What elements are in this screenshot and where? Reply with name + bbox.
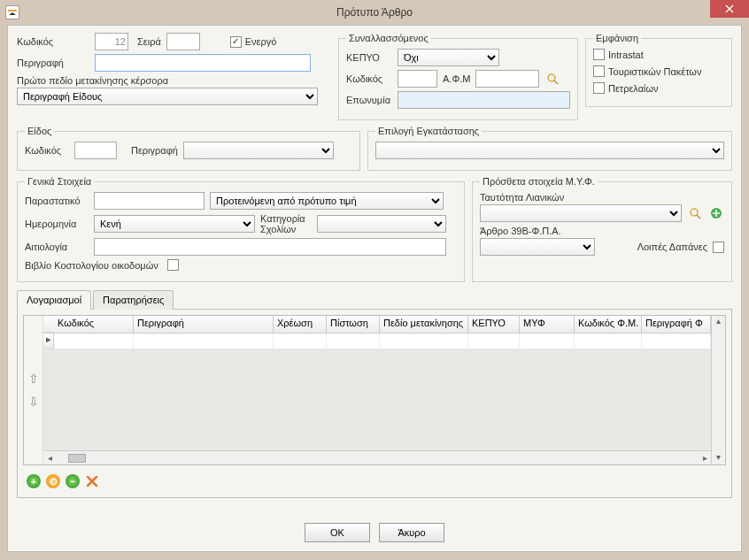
partner-fieldset: Συναλλασσόμενος ΚΕΠΥΟ Όχι Κωδικός Α.Φ.Μ … [338,33,578,120]
kind-code-label: Κωδικός [25,145,69,156]
install-select[interactable] [375,142,724,159]
comment-cat-label: Κατηγορία Σχολίων [260,213,312,234]
comment-cat-select[interactable] [317,215,446,233]
price-select[interactable]: Προτεινόμενη από πρότυπο τιμή [210,192,444,210]
partner-name-label: Επωνυμία [346,95,392,105]
scroll-left-icon[interactable]: ◂ [43,453,56,463]
petrol-label: Πετρελαίων [608,83,659,94]
dialog-body: Κωδικός Σειρά Ενεργό Περιγραφή Πρώτο πεδ… [7,25,742,552]
grid-header: Κωδικός Περιγραφή Χρέωση Πίστωση Πεδίο μ… [43,316,711,334]
kind-code-input[interactable] [74,142,117,159]
afm-input[interactable] [475,70,539,88]
window-title: Πρότυπο Άρθρο [336,6,413,19]
col-myf[interactable]: ΜΥΦ [520,316,575,333]
myf-legend: Πρόσθετα στοιχεία Μ.Υ.Φ. [480,176,598,187]
install-legend: Επιλογή Εγκατάστασης [375,126,482,136]
retail-select[interactable] [480,204,682,222]
grid-h-scrollbar[interactable]: ◂ ▸ [43,450,711,464]
retail-add-icon[interactable] [708,205,724,221]
col-debit[interactable]: Χρέωση [274,316,327,333]
tab-accounts[interactable]: Λογαριασμοί [17,290,91,310]
grid-actions: + − [23,471,726,492]
partner-code-label: Κωδικός [346,73,392,84]
general-legend: Γενικά Στοιχεία [25,176,94,187]
desc-input[interactable] [95,54,311,72]
scroll-down-icon[interactable]: ▾ [712,452,725,464]
ok-button[interactable]: OK [305,523,370,542]
date-select[interactable]: Κενή [94,215,255,233]
col-desc[interactable]: Περιγραφή [134,316,274,333]
grid-v-scrollbar[interactable]: ▴ ▾ [711,316,725,464]
kind-desc-select[interactable] [183,142,334,159]
myf-fieldset: Πρόσθετα στοιχεία Μ.Υ.Φ. Ταυτότητα Λιανι… [472,176,732,282]
kepyo-label: ΚΕΠΥΟ [346,52,392,63]
tab-notes[interactable]: Παρατηρήσεις [93,290,174,310]
code-input[interactable] [95,33,128,50]
petrol-checkbox[interactable] [593,82,605,94]
grid-row-selector-header [43,316,54,333]
display-fieldset: Εμφάνιση Intrastat Τουριστικών Πακέτων Π… [585,33,732,107]
svg-line-4 [697,215,700,219]
delete-icon[interactable] [85,474,99,488]
display-legend: Εμφάνιση [593,33,641,43]
tour-checkbox[interactable] [593,65,605,77]
grid-reorder-arrows: ⇧ ⇩ [24,316,43,464]
tabs: Λογαριασμοί Παρατηρήσεις [17,289,732,310]
kind-legend: Είδος [25,126,54,136]
svg-point-3 [691,209,698,216]
retail-search-icon[interactable] [687,205,703,221]
refresh-icon[interactable] [46,474,60,488]
dialog-buttons: OK Άκυρο [8,523,741,542]
series-label: Σειρά [137,36,161,47]
justif-label: Αιτιολογία [25,242,89,252]
tour-label: Τουριστικών Πακέτων [608,66,701,77]
row-pointer-icon: ▸ [43,334,54,349]
scroll-thumb[interactable] [68,454,86,463]
col-code[interactable]: Κωδικός [54,316,134,333]
other-exp-label: Λοιπές Δαπάνες [637,242,707,252]
svg-point-1 [548,74,555,81]
col-move[interactable]: Πεδίο μετακίνησης [380,316,468,333]
grid: ⇧ ⇩ Κωδικός Περιγραφή Χρέωση Πίστωση Πεδ… [23,315,726,465]
app-icon [5,5,19,19]
table-row: ▸ [43,334,711,349]
active-checkbox[interactable] [230,36,242,48]
row-up-icon[interactable]: ⇧ [28,372,39,386]
col-fmcode[interactable]: Κωδικός Φ.Μ. [575,316,642,333]
other-exp-checkbox[interactable] [713,242,724,253]
scroll-right-icon[interactable]: ▸ [699,453,711,463]
intrastat-checkbox[interactable] [593,49,605,60]
active-label: Ενεργό [245,36,277,47]
intrastat-label: Intrastat [608,50,644,60]
install-fieldset: Επιλογή Εγκατάστασης [367,126,732,171]
cursor-field-select[interactable]: Περιγραφή Είδους [17,88,318,105]
partner-name-input[interactable] [398,91,570,109]
row-down-icon[interactable]: ⇩ [28,395,39,409]
justif-input[interactable] [94,238,446,256]
kepyo-select[interactable]: Όχι [398,49,499,66]
remove-row-icon[interactable]: − [66,474,80,488]
search-icon[interactable] [544,71,560,87]
svg-line-2 [554,81,558,84]
col-credit[interactable]: Πίστωση [327,316,380,333]
grid-panel: ⇧ ⇩ Κωδικός Περιγραφή Χρέωση Πίστωση Πεδ… [17,309,732,498]
retail-label: Ταυτότητα Λιανικών [480,192,564,203]
col-kepyo[interactable]: ΚΕΠΥΟ [468,316,520,333]
article-select[interactable] [480,238,595,256]
cancel-button[interactable]: Άκυρο [379,523,444,542]
partner-code-input[interactable] [398,70,437,88]
titlebar: Πρότυπο Άρθρο [0,0,749,25]
add-row-icon[interactable]: + [27,474,41,488]
building-checkbox[interactable] [167,259,179,271]
col-fmdesc[interactable]: Περιγραφή Φ [642,316,711,333]
afm-label: Α.Φ.Μ [443,73,470,84]
scroll-up-icon[interactable]: ▴ [712,316,725,328]
doc-input[interactable] [94,192,205,210]
svg-rect-0 [8,10,17,12]
article-label: Άρθρο 39Β-Φ.Π.Α. [480,226,561,236]
close-button[interactable] [710,0,749,18]
date-label: Ημερομηνία [25,219,89,229]
partner-legend: Συναλλασσόμενος [346,33,431,43]
grid-body[interactable]: ▸ [43,334,711,450]
series-input[interactable] [166,33,200,50]
